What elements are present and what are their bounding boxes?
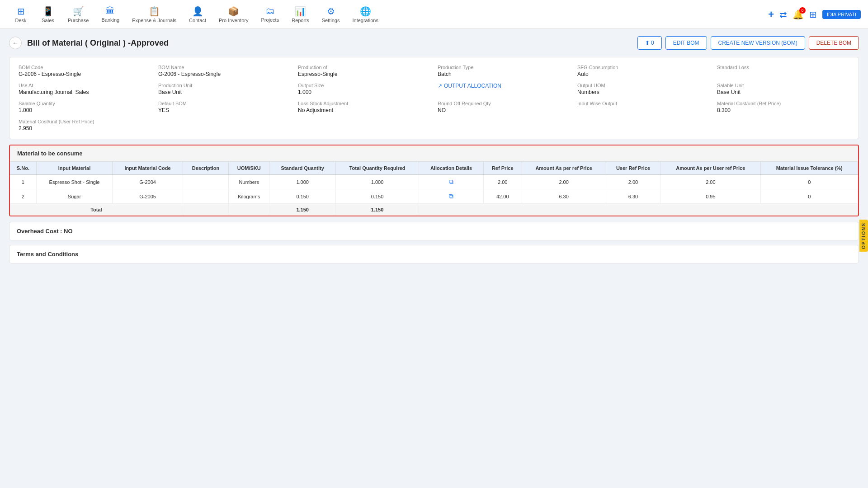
nav-integrations[interactable]: 🌐 Integrations <box>346 6 384 23</box>
output-uom-field: Output UOM Numbers <box>577 83 710 95</box>
top-navigation: ⊞ Desk 📱 Sales 🛒 Purchase 🏛 Banking 📋 Ex… <box>0 0 868 29</box>
bom-code-field: BOM Code G-2006 - Espresso-Single <box>19 65 151 77</box>
options-tab[interactable]: OPTIONS <box>859 220 868 252</box>
col-input-material-code: Input Material Code <box>113 162 183 175</box>
col-user-ref-price: User Ref Price <box>606 162 660 175</box>
salable-qty-label: Salable Quantity <box>19 101 151 106</box>
expense-icon: 📋 <box>149 6 160 17</box>
allocation-icon[interactable]: ⧉ <box>449 178 453 185</box>
nav-desk[interactable]: ⊞ Desk <box>7 6 34 23</box>
table-total-row: Total 1.150 1.150 <box>10 204 858 216</box>
table-row: 2 Sugar G-2005 Kilograms 0.150 0.150 ⧉ 4… <box>10 189 858 204</box>
production-type-field: Production Type Batch <box>438 65 570 77</box>
nav-desk-label: Desk <box>15 18 26 23</box>
cell-uom-sku: Numbers <box>229 175 269 189</box>
delete-bom-button[interactable]: DELETE BOM <box>809 36 859 50</box>
cell-input-material-code: G-2004 <box>113 175 183 189</box>
nav-sales-label: Sales <box>42 18 54 23</box>
cell-amount-ref: 2.00 <box>522 175 606 189</box>
production-of-label: Production of <box>298 65 430 70</box>
sfg-consumption-label: SFG Consumption <box>577 65 710 70</box>
cell-sno: 2 <box>10 189 36 204</box>
sales-icon: 📱 <box>42 6 54 17</box>
table-row: 1 Espresso Shot - Single G-2004 Numbers … <box>10 175 858 189</box>
nav-right: + ⇄ 🔔 0 ⊞ IDIA PRIVATI <box>768 9 861 20</box>
allocation-icon[interactable]: ⧉ <box>449 192 453 200</box>
cell-description <box>183 175 228 189</box>
input-wise-output-field: Input Wise Output <box>577 101 710 113</box>
user-label[interactable]: IDIA PRIVATI <box>822 10 861 19</box>
material-cost-ref-field: Material Cost/unit (Ref Price) 8.300 <box>717 101 849 113</box>
nav-expense-label: Expense & Journals <box>132 18 176 23</box>
total-label: Total <box>10 204 183 216</box>
material-cost-user-field: Material Cost/unit (User Ref Price) 2.95… <box>19 119 291 131</box>
terms-block: Terms and Conditions <box>9 245 859 263</box>
nav-contact[interactable]: 👤 Contact <box>183 6 212 23</box>
round-off-value: NO <box>438 107 446 113</box>
nav-sales[interactable]: 📱 Sales <box>34 6 61 23</box>
grid-icon[interactable]: ⊞ <box>809 9 817 20</box>
salable-unit-value: Base Unit <box>717 89 741 95</box>
material-cost-user-label: Material Cost/unit (User Ref Price) <box>19 119 291 124</box>
page-title: Bill of Material ( Original ) -Approved <box>27 38 637 48</box>
notification-icon[interactable]: 🔔 0 <box>793 9 804 20</box>
upload-button[interactable]: ⬆ 0 <box>637 36 662 50</box>
nav-purchase[interactable]: 🛒 Purchase <box>61 6 95 23</box>
cell-input-material: Espresso Shot - Single <box>36 175 112 189</box>
output-allocation-link[interactable]: ↗ OUTPUT ALLOCATION <box>438 83 570 89</box>
salable-unit-label: Salable Unit <box>717 83 849 88</box>
nav-settings-label: Settings <box>322 18 340 23</box>
edit-bom-button[interactable]: EDIT BOM <box>665 36 707 50</box>
sfg-consumption-value: Auto <box>577 71 589 77</box>
loss-stock-label: Loss Stock Adjustment <box>298 101 430 106</box>
col-allocation: Allocation Details <box>419 162 484 175</box>
terms-label: Terms and Conditions <box>17 251 78 258</box>
cell-ref-price: 42.00 <box>483 189 522 204</box>
cell-amount-user-ref: 2.00 <box>660 175 761 189</box>
col-amount-user-ref: Amount As per User ref Price <box>660 162 761 175</box>
nav-pro-inventory[interactable]: 📦 Pro Inventory <box>212 6 255 23</box>
production-type-label: Production Type <box>438 65 570 70</box>
cell-user-ref-price: 2.00 <box>606 175 660 189</box>
cell-allocation[interactable]: ⧉ <box>419 175 484 189</box>
default-bom-label: Default BOM <box>158 101 291 106</box>
nav-integrations-label: Integrations <box>352 18 378 23</box>
salable-qty-field: Salable Quantity 1.000 <box>19 101 151 113</box>
cell-uom-sku: Kilograms <box>229 189 269 204</box>
reports-icon: 📊 <box>295 6 306 17</box>
default-bom-value: YES <box>158 107 169 113</box>
desk-icon: ⊞ <box>17 6 25 17</box>
salable-unit-field: Salable Unit Base Unit <box>717 83 849 95</box>
nav-banking[interactable]: 🏛 Banking <box>95 6 126 23</box>
material-cost-ref-value: 8.300 <box>717 107 731 113</box>
default-bom-field: Default BOM YES <box>158 101 291 113</box>
cell-user-ref-price: 6.30 <box>606 189 660 204</box>
col-amount-ref: Amount As per ref Price <box>522 162 606 175</box>
nav-expense[interactable]: 📋 Expense & Journals <box>126 6 183 23</box>
col-tolerance: Material Issue Tolerance (%) <box>761 162 858 175</box>
add-icon[interactable]: + <box>768 9 774 20</box>
cell-allocation[interactable]: ⧉ <box>419 189 484 204</box>
nav-reports[interactable]: 📊 Reports <box>285 6 316 23</box>
page-header: ← Bill of Material ( Original ) -Approve… <box>9 36 859 50</box>
nav-settings[interactable]: ⚙ Settings <box>316 6 346 23</box>
total-qty: 1.150 <box>336 204 419 216</box>
back-button[interactable]: ← <box>9 37 22 49</box>
salable-qty-value: 1.000 <box>19 107 32 113</box>
cell-description <box>183 189 228 204</box>
round-off-field: Round Off Required Qty NO <box>438 101 570 113</box>
nav-reports-label: Reports <box>292 18 309 23</box>
material-cost-ref-label: Material Cost/unit (Ref Price) <box>717 101 849 106</box>
create-new-version-button[interactable]: CREATE NEW VERSION (BOM) <box>711 36 805 50</box>
col-ref-price: Ref Price <box>483 162 522 175</box>
material-table: S.No. Input Material Input Material Code… <box>10 162 858 216</box>
nav-contact-label: Contact <box>189 18 206 23</box>
nav-purchase-label: Purchase <box>68 18 89 23</box>
nav-projects[interactable]: 🗂 Projects <box>255 6 285 23</box>
col-uom-sku: UOM/SKU <box>229 162 269 175</box>
col-sno: S.No. <box>10 162 36 175</box>
cell-sno: 1 <box>10 175 36 189</box>
nav-pro-inventory-label: Pro Inventory <box>219 18 248 23</box>
transfer-icon[interactable]: ⇄ <box>779 9 787 20</box>
nav-banking-label: Banking <box>101 17 119 23</box>
